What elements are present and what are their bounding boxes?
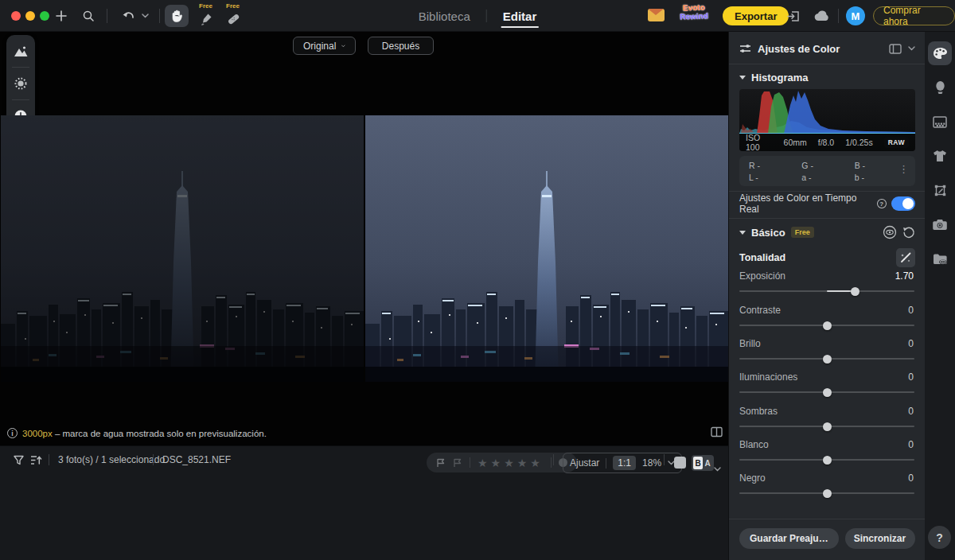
canvas-color-swatch[interactable] xyxy=(674,457,686,469)
watermark-text: – marca de agua mostrada solo en previsu… xyxy=(55,429,267,438)
slider-track[interactable] xyxy=(739,422,914,430)
sort-button[interactable] xyxy=(30,454,42,469)
histogram-title: Histograma xyxy=(751,72,809,84)
filter-button[interactable] xyxy=(14,454,24,469)
slider-label: Brillo xyxy=(739,338,761,349)
tshirt-icon xyxy=(933,150,947,162)
slider-handle[interactable] xyxy=(823,388,832,397)
sync-settings-button[interactable] xyxy=(914,528,915,549)
slider-label: Blanco xyxy=(739,439,769,450)
slider-track[interactable] xyxy=(739,355,914,363)
info-icon[interactable]: ? xyxy=(877,199,887,208)
basic-section-header[interactable]: Básico Free xyxy=(739,225,915,239)
star-icon: ★ xyxy=(491,457,505,469)
rail-library-panel[interactable] xyxy=(928,247,952,270)
export-panel-button[interactable] xyxy=(782,5,805,27)
ba-options-chevron[interactable] xyxy=(714,461,721,475)
photo-editor-window: Free Free Biblioteca Editar Evoto Rewind… xyxy=(0,0,955,560)
toolbar-divider xyxy=(838,9,839,23)
sync-button[interactable]: Sincronizar xyxy=(845,528,914,549)
split-view-button[interactable] xyxy=(711,426,723,441)
top-toolbar: Free Free Biblioteca Editar Evoto Rewind… xyxy=(0,0,955,32)
after-label: Después xyxy=(382,41,419,52)
healing-tool-button[interactable] xyxy=(221,8,245,30)
hand-tool-button[interactable] xyxy=(165,5,189,27)
export-button[interactable]: Exportar xyxy=(723,6,789,25)
rewind-line2: Rewind xyxy=(671,11,717,21)
chevron-down-icon xyxy=(341,44,345,49)
panel-layout-icon[interactable] xyxy=(889,44,902,54)
user-avatar[interactable]: M xyxy=(846,6,865,25)
original-label: Original xyxy=(303,41,336,52)
window-close-button[interactable] xyxy=(11,11,21,21)
window-zoom-button[interactable] xyxy=(40,11,49,21)
panel-chevron-icon[interactable] xyxy=(908,46,915,51)
histogram-section-header[interactable]: Histograma xyxy=(739,72,915,84)
visibility-icon[interactable] xyxy=(883,225,897,239)
slider-handle[interactable] xyxy=(823,456,832,465)
slider-track[interactable] xyxy=(739,489,914,497)
zoom-level[interactable]: 18% xyxy=(642,457,661,469)
promo-gift-icon[interactable] xyxy=(648,9,665,21)
realtime-toggle[interactable] xyxy=(891,196,915,211)
slider-handle[interactable] xyxy=(823,422,832,431)
original-dropdown[interactable]: Original xyxy=(293,37,356,55)
funnel-icon xyxy=(14,455,24,465)
search-button[interactable] xyxy=(76,5,100,27)
buy-now-button[interactable]: Comprar ahora xyxy=(873,6,955,25)
film-grid-icon xyxy=(933,116,947,128)
rail-camera-panel[interactable] xyxy=(928,212,952,236)
save-preset-button[interactable]: Guardar Preaju… xyxy=(739,528,839,549)
slider-track[interactable] xyxy=(739,456,914,464)
before-after-toggle[interactable]: B A xyxy=(692,455,714,471)
tab-biblioteca[interactable]: Biblioteca xyxy=(417,5,472,28)
undo-history-chevron[interactable] xyxy=(137,5,153,27)
chevron-down-icon xyxy=(714,467,721,472)
add-photos-button[interactable] xyxy=(49,5,73,27)
help-button[interactable]: ? xyxy=(928,526,951,549)
window-minimize-button[interactable] xyxy=(25,11,35,21)
slider-value: 0 xyxy=(908,338,914,349)
evoto-rewind-badge[interactable]: Evoto Rewind xyxy=(671,3,718,21)
tab-editar[interactable]: Editar xyxy=(501,5,539,28)
flag-reject-icon[interactable] xyxy=(453,458,462,468)
flag-pick-icon[interactable] xyxy=(436,458,446,468)
ratio-button[interactable]: 1:1 xyxy=(613,456,636,470)
retouch-brush-tool-button[interactable] xyxy=(194,8,218,30)
reset-icon[interactable] xyxy=(902,226,915,239)
slider-track[interactable] xyxy=(739,287,914,295)
readout-a: a - xyxy=(801,173,854,182)
rail-background-panel[interactable] xyxy=(928,110,952,134)
cloud-sync-button[interactable] xyxy=(810,5,834,27)
bandage-icon xyxy=(227,13,240,25)
filename: DSC_8521.NEF xyxy=(162,454,231,465)
slider-handle[interactable] xyxy=(851,287,860,296)
auto-tone-button[interactable] xyxy=(896,248,915,267)
image-after[interactable] xyxy=(365,115,728,382)
after-button[interactable]: Después xyxy=(368,37,434,55)
histogram[interactable]: ISO 100 60mm f/8.0 1/0.25s RAW xyxy=(739,89,915,151)
slider-handle[interactable] xyxy=(823,489,832,498)
exif-iso: ISO 100 xyxy=(746,133,773,151)
image-adjust-tool[interactable] xyxy=(6,35,35,67)
star-icon: ★ xyxy=(477,457,491,469)
star-rating[interactable]: ★★★★★ xyxy=(477,457,544,469)
slider-handle[interactable] xyxy=(823,355,832,364)
slider-handle[interactable] xyxy=(823,321,832,330)
slider-track[interactable] xyxy=(739,388,914,396)
tab-divider xyxy=(486,10,487,22)
exif-focal: 60mm xyxy=(784,138,807,147)
rail-crop-panel[interactable] xyxy=(928,178,952,202)
rail-portrait-panel[interactable] xyxy=(928,76,952,99)
rail-color-panel[interactable] xyxy=(928,41,952,65)
slider-exposicion: Exposición 1.70 xyxy=(739,270,914,298)
rail-clothing-panel[interactable] xyxy=(928,144,952,168)
fit-button[interactable]: Ajustar xyxy=(570,457,599,469)
mask-tool[interactable] xyxy=(6,68,35,99)
image-before[interactable] xyxy=(1,115,364,382)
slider-track[interactable] xyxy=(739,321,914,329)
magic-wand-icon xyxy=(900,252,911,263)
more-options-icon[interactable]: ⋮ xyxy=(898,163,909,175)
divider xyxy=(470,457,470,468)
collapse-triangle-icon xyxy=(739,76,746,80)
